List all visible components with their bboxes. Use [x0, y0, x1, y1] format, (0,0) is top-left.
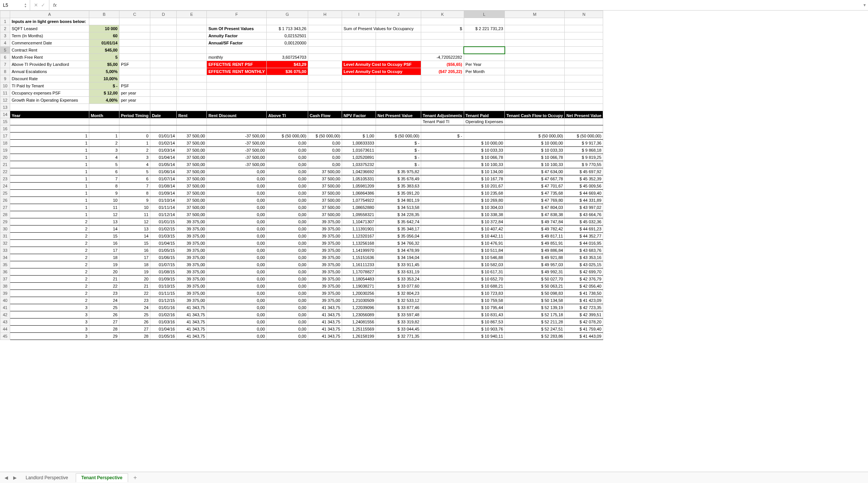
- cell[interactable]: 01/06/15: [150, 254, 177, 261]
- cell[interactable]: $ 10 066,78: [464, 154, 505, 161]
- cell[interactable]: 1: [119, 140, 150, 147]
- cell[interactable]: 2: [10, 233, 89, 240]
- cell[interactable]: $ 47 838,38: [505, 211, 565, 218]
- cell[interactable]: 01/08/15: [150, 268, 177, 276]
- cell[interactable]: $ 9 917,36: [565, 140, 603, 147]
- cell[interactable]: $ 33 353,24: [376, 276, 421, 283]
- table-row[interactable]: 352191801/07/1539 375,000,000,0039 375,0…: [0, 261, 603, 268]
- cell[interactable]: -37 500,00: [207, 140, 267, 147]
- spreadsheet-grid[interactable]: A B C D E F G H I J K L M N 1 Inputs are…: [0, 11, 868, 472]
- cell[interactable]: $ 50 063,21: [505, 283, 565, 290]
- cell[interactable]: 39 375,00: [177, 290, 207, 297]
- col-header[interactable]: D: [150, 11, 177, 18]
- cell[interactable]: $ 52 283,86: [505, 333, 565, 340]
- cell[interactable]: 1,11391901: [342, 226, 376, 233]
- row-header[interactable]: 30: [0, 226, 10, 233]
- cell[interactable]: [421, 197, 464, 204]
- row-header[interactable]: 22: [0, 168, 10, 175]
- cell[interactable]: 27: [119, 326, 150, 333]
- cell[interactable]: [421, 204, 464, 211]
- cell[interactable]: 01/05/15: [150, 247, 177, 254]
- cell[interactable]: 37 500,00: [308, 190, 342, 197]
- cell[interactable]: 01/03/14: [150, 147, 177, 154]
- cell[interactable]: 0,00: [308, 147, 342, 154]
- cell[interactable]: 39 375,00: [177, 254, 207, 261]
- cell[interactable]: 20: [89, 268, 119, 276]
- cell[interactable]: 01/03/15: [150, 233, 177, 240]
- cell[interactable]: [421, 233, 464, 240]
- cell[interactable]: $ 42 078,20: [565, 318, 603, 326]
- col-header[interactable]: G: [267, 11, 308, 18]
- cell[interactable]: [421, 276, 464, 283]
- table-row[interactable]: 2014301/04/1437 500,00-37 500,000,000,00…: [0, 154, 603, 161]
- row-header[interactable]: 2: [0, 25, 10, 32]
- row-header[interactable]: 35: [0, 261, 10, 268]
- cell[interactable]: 41 343,75: [177, 326, 207, 333]
- cell[interactable]: $ 42 376,79: [565, 276, 603, 283]
- cell[interactable]: 0,00: [267, 140, 308, 147]
- cell[interactable]: 0,00: [267, 168, 308, 175]
- cell[interactable]: Growth Rate in Operating Expenses: [10, 97, 89, 104]
- cell[interactable]: $ 12,00: [89, 90, 119, 97]
- cell[interactable]: 1: [10, 190, 89, 197]
- row-header[interactable]: 10: [0, 82, 10, 90]
- cell[interactable]: $ 9 819,25: [565, 154, 603, 161]
- cell[interactable]: 29: [89, 333, 119, 340]
- cell[interactable]: $ 43 025,15: [565, 261, 603, 268]
- cell[interactable]: 1,21030509: [342, 297, 376, 304]
- cell[interactable]: 1,07754922: [342, 197, 376, 204]
- cell[interactable]: 1,13256168: [342, 240, 376, 247]
- cell[interactable]: $ 52 139,19: [505, 304, 565, 311]
- cell[interactable]: 17: [119, 254, 150, 261]
- cell[interactable]: 37 500,00: [308, 197, 342, 204]
- cell[interactable]: 0,00: [267, 297, 308, 304]
- cell[interactable]: 37 500,00: [177, 175, 207, 183]
- cell[interactable]: $ -: [89, 82, 119, 90]
- cell[interactable]: 4: [89, 154, 119, 161]
- cell[interactable]: $ 43 997,02: [565, 204, 603, 211]
- cell[interactable]: $ 33 044,45: [376, 326, 421, 333]
- cell[interactable]: 22: [89, 283, 119, 290]
- cell[interactable]: $ (50 000,00): [505, 133, 565, 140]
- table-row[interactable]: 1711001/01/1437 500,00-37 500,00$ (50 00…: [0, 133, 603, 140]
- cell[interactable]: 20: [119, 276, 150, 283]
- cell[interactable]: monthly: [207, 54, 267, 61]
- cell[interactable]: [421, 147, 464, 154]
- cell[interactable]: 0,00: [207, 183, 267, 190]
- row-header[interactable]: 1: [0, 18, 10, 25]
- row-header[interactable]: 8: [0, 68, 10, 75]
- cell[interactable]: 37 500,00: [308, 168, 342, 175]
- row-header[interactable]: 20: [0, 154, 10, 161]
- cell[interactable]: [421, 190, 464, 197]
- cell[interactable]: 0,00: [207, 276, 267, 283]
- row-header[interactable]: 37: [0, 276, 10, 283]
- cell[interactable]: 22: [119, 290, 150, 297]
- cell[interactable]: 25: [89, 304, 119, 311]
- cell[interactable]: 37 500,00: [177, 154, 207, 161]
- cell[interactable]: 01/01/16: [150, 304, 177, 311]
- table-row[interactable]: 433272601/03/1641 343,750,000,0041 343,7…: [0, 318, 603, 326]
- cell[interactable]: 14: [89, 226, 119, 233]
- cell[interactable]: 0,00: [207, 333, 267, 340]
- table-row[interactable]: 413252401/01/1641 343,750,000,0041 343,7…: [0, 304, 603, 311]
- cell[interactable]: 37 500,00: [177, 190, 207, 197]
- cell[interactable]: $ 10 511,84: [464, 247, 505, 254]
- col-header[interactable]: H: [308, 11, 342, 18]
- col-header[interactable]: M: [505, 11, 565, 18]
- cell[interactable]: $36 075,00: [267, 68, 308, 75]
- cell[interactable]: 0,00: [267, 318, 308, 326]
- cell[interactable]: 0,00: [267, 147, 308, 154]
- row-header[interactable]: 13: [0, 104, 10, 111]
- cell[interactable]: $: [421, 25, 464, 32]
- row-header[interactable]: 34: [0, 254, 10, 261]
- cell[interactable]: 01/02/16: [150, 311, 177, 318]
- row-header[interactable]: 19: [0, 147, 10, 154]
- row-header[interactable]: 36: [0, 268, 10, 276]
- cell[interactable]: $ 52 175,18: [505, 311, 565, 318]
- cell[interactable]: [421, 254, 464, 261]
- cell[interactable]: 39 375,00: [177, 240, 207, 247]
- cell[interactable]: 2: [10, 226, 89, 233]
- cell[interactable]: 3: [10, 326, 89, 333]
- cell[interactable]: 1,12320167: [342, 233, 376, 240]
- cell[interactable]: $ 42 056,40: [565, 283, 603, 290]
